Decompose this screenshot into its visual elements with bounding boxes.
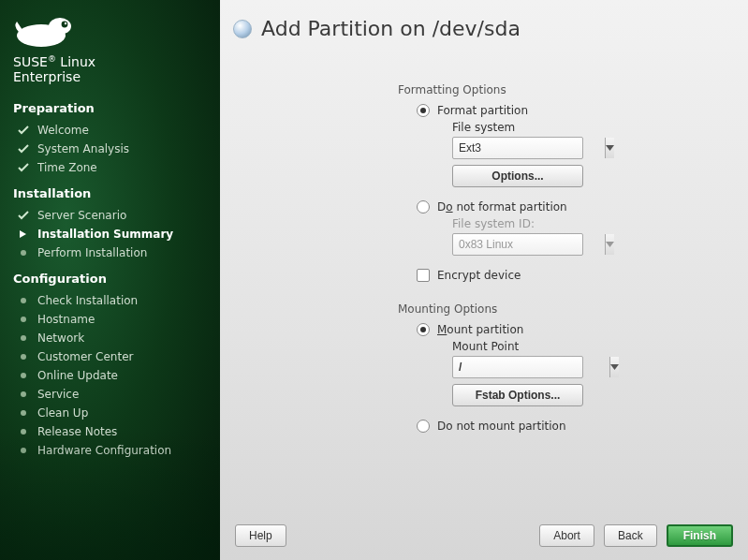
step-clean-up: Clean Up <box>13 404 207 422</box>
step-network: Network <box>13 329 207 347</box>
steps-configuration: Check Installation Hostname Network Cust… <box>13 291 207 460</box>
steps-installation: Server Scenario Installation Summary Per… <box>13 206 207 262</box>
step-hostname: Hostname <box>13 310 207 329</box>
section-preparation: Preparation <box>13 101 207 115</box>
arrow-icon <box>17 228 30 241</box>
encrypt-device-checkbox[interactable] <box>417 269 430 282</box>
step-label: Welcome <box>37 124 89 137</box>
globe-icon <box>233 20 252 38</box>
encrypt-device-row[interactable]: Encrypt device <box>417 269 720 282</box>
page-title: Add Partition on /dev/sda <box>261 17 521 40</box>
brand-text: SUSE® Linux Enterprise <box>13 54 207 84</box>
step-label: Perform Installation <box>37 246 147 259</box>
step-system-analysis: System Analysis <box>13 140 207 158</box>
step-label: Hardware Configuration <box>37 444 171 457</box>
mounting-options-label: Mounting Options <box>398 302 720 316</box>
check-icon <box>17 142 30 155</box>
mount-partition-label: Mount partition <box>437 323 523 336</box>
formatting-options-label: Formatting Options <box>398 83 720 96</box>
bullet-icon <box>17 406 30 420</box>
step-label: Customer Center <box>37 350 134 363</box>
step-installation-summary: Installation Summary <box>13 225 207 243</box>
suse-logo <box>13 13 207 49</box>
mount-point-combo[interactable] <box>452 356 583 378</box>
footer-bar: Help Abort Back Finish <box>220 513 748 560</box>
encrypt-device-label: Encrypt device <box>437 269 521 282</box>
format-partition-radio[interactable] <box>417 104 430 117</box>
step-check-installation: Check Installation <box>13 291 207 310</box>
mount-point-value[interactable] <box>453 361 609 374</box>
help-button[interactable]: Help <box>235 524 286 547</box>
bullet-icon <box>17 369 30 382</box>
fs-id-value <box>453 238 605 251</box>
do-not-format-radio[interactable] <box>417 200 430 214</box>
step-label: Online Update <box>37 369 118 382</box>
bullet-icon <box>17 444 30 457</box>
svg-point-1 <box>49 18 71 35</box>
format-partition-label: Format partition <box>437 104 528 117</box>
bullet-icon <box>17 246 30 259</box>
section-configuration: Configuration <box>13 272 207 286</box>
page-header: Add Partition on /dev/sda <box>220 0 748 48</box>
do-not-mount-radio[interactable] <box>417 420 430 433</box>
do-not-mount-row[interactable]: Do not mount partition <box>417 420 720 433</box>
step-time-zone: Time Zone <box>13 158 207 177</box>
do-not-format-row[interactable]: Do not format partition <box>417 200 720 214</box>
sidebar: SUSE® Linux Enterprise Preparation Welco… <box>0 0 220 560</box>
step-customer-center: Customer Center <box>13 347 207 366</box>
do-not-format-label: Do not format partition <box>437 200 567 214</box>
back-button[interactable]: Back <box>604 524 657 547</box>
bullet-icon <box>17 425 30 438</box>
finish-button[interactable]: Finish <box>667 524 733 547</box>
mount-partition-row[interactable]: Mount partition <box>417 323 720 336</box>
file-system-combo[interactable] <box>452 137 583 159</box>
step-label: Release Notes <box>37 425 117 438</box>
brand-line1: SUSE <box>13 54 48 69</box>
check-icon <box>17 124 30 137</box>
step-label: Clean Up <box>37 406 88 420</box>
step-label: Network <box>37 332 84 345</box>
fs-id-label: File system ID: <box>452 217 720 230</box>
step-online-update: Online Update <box>13 366 207 385</box>
bullet-icon <box>17 313 30 326</box>
step-hardware-configuration: Hardware Configuration <box>13 441 207 460</box>
step-welcome: Welcome <box>13 121 207 140</box>
section-installation: Installation <box>13 186 207 200</box>
fstab-options-button[interactable]: Fstab Options... <box>452 384 583 406</box>
step-label: Service <box>37 388 79 401</box>
brand-line3: Enterprise <box>13 69 81 84</box>
step-label: Installation Summary <box>37 228 173 241</box>
step-service: Service <box>13 385 207 404</box>
mount-point-label: Mount Point <box>452 340 720 353</box>
bullet-icon <box>17 294 30 307</box>
file-system-value[interactable] <box>453 141 605 155</box>
step-label: Hostname <box>37 313 95 326</box>
file-system-label: File system <box>452 121 720 134</box>
format-partition-row[interactable]: Format partition <box>417 104 720 117</box>
fs-options-button[interactable]: Options... <box>452 165 583 187</box>
chevron-down-icon[interactable] <box>609 357 619 377</box>
step-perform-installation: Perform Installation <box>13 243 207 262</box>
step-label: Server Scenario <box>37 209 126 222</box>
chevron-down-icon[interactable] <box>605 138 614 158</box>
chevron-down-icon <box>605 234 614 255</box>
check-icon <box>17 161 30 174</box>
abort-button[interactable]: Abort <box>539 524 594 547</box>
step-label: Time Zone <box>37 161 97 174</box>
mount-partition-radio[interactable] <box>417 323 430 336</box>
bullet-icon <box>17 388 30 401</box>
svg-point-2 <box>62 22 68 28</box>
step-server-scenario: Server Scenario <box>13 206 207 225</box>
check-icon <box>17 209 30 222</box>
step-label: System Analysis <box>37 142 129 155</box>
bullet-icon <box>17 350 30 363</box>
step-release-notes: Release Notes <box>13 422 207 441</box>
bullet-icon <box>17 332 30 345</box>
steps-preparation: Welcome System Analysis Time Zone <box>13 121 207 177</box>
brand-line2: Linux <box>60 54 95 69</box>
fs-id-combo <box>452 233 583 256</box>
step-label: Check Installation <box>37 294 138 307</box>
main-panel: Add Partition on /dev/sda Formatting Opt… <box>220 0 748 560</box>
do-not-mount-label: Do not mount partition <box>437 420 566 433</box>
svg-point-3 <box>65 22 66 24</box>
